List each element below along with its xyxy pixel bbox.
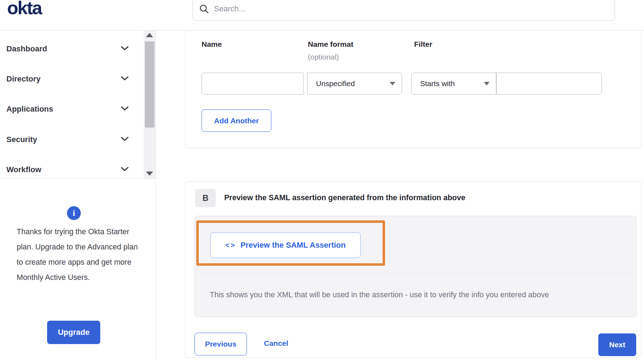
filter-type-selected-value: Starts with: [420, 79, 455, 88]
sidebar-item-label: Workflow: [6, 165, 41, 174]
sidebar-item-label: Dashboard: [6, 44, 47, 54]
sidebar-item-directory[interactable]: Directory: [0, 64, 142, 94]
scroll-down-icon[interactable]: [146, 171, 153, 176]
previous-button[interactable]: Previous: [194, 333, 247, 355]
global-search[interactable]: Search...: [192, 0, 615, 21]
column-sublabel-optional: (optional): [308, 53, 339, 61]
sidebar-item-label: Security: [6, 135, 37, 144]
okta-admin-console: okta Search... Dashboard Directory Appli…: [0, 0, 644, 360]
scrollbar-thumb[interactable]: [145, 41, 154, 128]
preview-saml-assertion-button[interactable]: <> Preview the SAML Assertion: [210, 232, 361, 258]
sidebar-item-label: Applications: [6, 105, 53, 114]
search-placeholder: Search...: [214, 4, 245, 13]
top-header: okta Search...: [0, 0, 644, 30]
scroll-up-icon[interactable]: [146, 33, 153, 37]
sidebar: Dashboard Directory Applications Securit…: [0, 30, 156, 360]
sidebar-item-dashboard[interactable]: Dashboard: [0, 34, 142, 64]
code-icon: <>: [225, 241, 236, 249]
chevron-down-icon: [120, 167, 129, 173]
chevron-down-icon: [120, 136, 129, 143]
name-format-selected-value: Unspecified: [316, 79, 355, 88]
chevron-down-icon: [120, 106, 129, 112]
column-label-name-format: Name format: [308, 40, 353, 49]
preview-button-label: Preview the SAML Assertion: [241, 241, 346, 250]
sidebar-item-security[interactable]: Security: [0, 124, 142, 154]
cancel-link[interactable]: Cancel: [264, 339, 288, 348]
step-badge: B: [195, 189, 216, 207]
filter-type-select[interactable]: Starts with: [411, 73, 496, 95]
next-button[interactable]: Next: [598, 333, 636, 356]
dropdown-caret-icon: [390, 82, 395, 85]
okta-logo: okta: [7, 0, 41, 19]
info-icon: i: [67, 206, 81, 220]
column-label-filter: Filter: [414, 40, 432, 49]
preview-helper-text: This shows you the XML that will be used…: [195, 291, 549, 299]
dropdown-caret-icon: [484, 82, 490, 85]
search-icon: [199, 4, 209, 14]
name-format-select[interactable]: Unspecified: [307, 73, 402, 95]
filter-value-input[interactable]: [496, 73, 602, 95]
attribute-statements-card: Name Name format (optional) Filter Unspe…: [185, 30, 642, 148]
attribute-name-input[interactable]: [202, 73, 304, 95]
chevron-down-icon: [120, 46, 129, 52]
sidebar-item-applications[interactable]: Applications: [0, 94, 142, 124]
chevron-down-icon: [120, 76, 129, 82]
upgrade-notice-text: Thanks for trying the Okta Starter plan.…: [17, 224, 139, 285]
sidebar-item-workflow[interactable]: Workflow: [0, 154, 142, 185]
sidebar-scrollbar[interactable]: [144, 30, 156, 179]
preview-saml-card: B Preview the SAML assertion generated f…: [185, 181, 642, 358]
upgrade-button[interactable]: Upgrade: [47, 321, 100, 344]
sidebar-nav: Dashboard Directory Applications Securit…: [0, 30, 156, 179]
preview-helper-panel: This shows you the XML that will be used…: [194, 272, 637, 317]
preview-section-heading: Preview the SAML assertion generated fro…: [224, 193, 465, 202]
add-another-button[interactable]: Add Another: [202, 109, 271, 132]
column-label-name: Name: [202, 40, 222, 49]
sidebar-item-label: Directory: [6, 74, 41, 84]
